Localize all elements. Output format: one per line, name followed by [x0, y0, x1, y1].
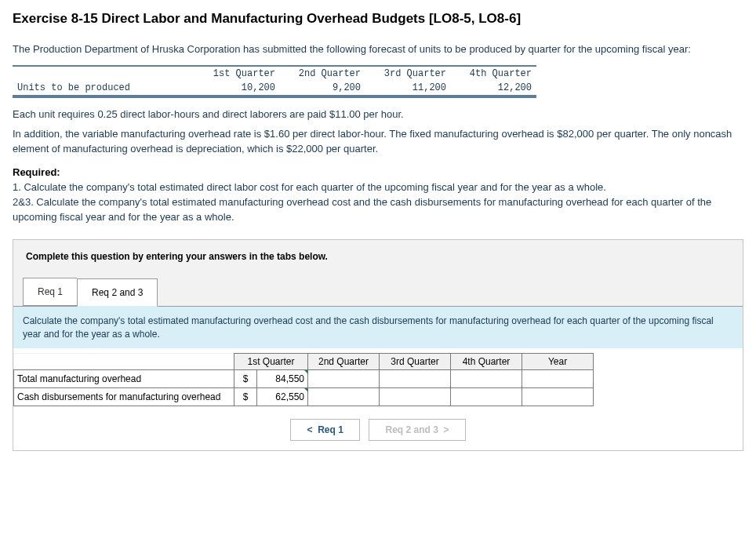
dollar-sign: $: [234, 388, 257, 406]
page-title: Exercise 8-15 Direct Labor and Manufactu…: [13, 11, 743, 27]
forecast-header: 3rd Quarter: [365, 66, 451, 81]
required-item: 1. Calculate the company's total estimat…: [13, 181, 606, 193]
required-label: Required:: [13, 166, 60, 178]
forecast-header: 2nd Quarter: [280, 66, 365, 81]
chevron-left-icon: <: [307, 424, 312, 435]
col-header: Year: [522, 354, 594, 370]
value-cell[interactable]: 84,550: [257, 370, 308, 388]
value-cell[interactable]: [522, 370, 594, 388]
row-label: Cash disbursements for manufacturing ove…: [14, 388, 234, 406]
forecast-header: 1st Quarter: [194, 66, 280, 81]
dollar-sign: $: [234, 370, 257, 388]
table-row: Cash disbursements for manufacturing ove…: [14, 388, 594, 406]
value-cell[interactable]: 62,550: [257, 388, 308, 406]
tab-description: Calculate the company's total estimated …: [13, 307, 743, 349]
chevron-right-icon: >: [444, 424, 449, 435]
forecast-table: 1st Quarter 2nd Quarter 3rd Quarter 4th …: [13, 65, 593, 98]
table-row: Total manufacturing overhead $ 84,550: [14, 370, 594, 388]
tab-body: Calculate the company's total estimated …: [13, 306, 743, 451]
col-header: 2nd Quarter: [308, 354, 380, 370]
nav-buttons: < Req 1 Req 2 and 3 >: [13, 406, 743, 450]
forecast-value: 11,200: [365, 81, 451, 96]
forecast-row-label: Units to be produced: [13, 81, 194, 96]
forecast-header: 4th Quarter: [451, 66, 536, 81]
tabs: Req 1 Req 2 and 3: [23, 278, 743, 306]
col-header: 1st Quarter: [234, 354, 308, 370]
forecast-value: 10,200: [194, 81, 280, 96]
value-cell[interactable]: [522, 388, 594, 406]
answer-table: 1st Quarter 2nd Quarter 3rd Quarter 4th …: [13, 353, 594, 406]
value-cell[interactable]: [380, 370, 451, 388]
tab-req1[interactable]: Req 1: [23, 278, 77, 306]
forecast-value: 9,200: [280, 81, 365, 96]
col-header: 4th Quarter: [451, 354, 522, 370]
col-header: 3rd Quarter: [380, 354, 451, 370]
next-button[interactable]: Req 2 and 3 >: [369, 419, 465, 441]
forecast-value: 12,200: [451, 81, 536, 96]
value-cell[interactable]: [308, 370, 380, 388]
body-paragraph: Each unit requires 0.25 direct labor-hou…: [13, 107, 743, 122]
value-cell[interactable]: [451, 388, 522, 406]
value-cell[interactable]: [451, 370, 522, 388]
intro-paragraph: The Production Department of Hruska Corp…: [13, 42, 743, 57]
instruction: Complete this question by entering your …: [13, 240, 743, 278]
answer-box: Complete this question by entering your …: [13, 239, 743, 452]
prev-button[interactable]: < Req 1: [290, 419, 359, 441]
tab-req23[interactable]: Req 2 and 3: [77, 278, 158, 307]
prev-label: Req 1: [318, 424, 343, 435]
value-cell[interactable]: [308, 388, 380, 406]
next-label: Req 2 and 3: [385, 424, 438, 435]
body-paragraph: In addition, the variable manufacturing …: [13, 127, 743, 157]
value-cell[interactable]: [380, 388, 451, 406]
required-item: 2&3. Calculate the company's total estim…: [13, 196, 711, 223]
row-label: Total manufacturing overhead: [14, 370, 234, 388]
